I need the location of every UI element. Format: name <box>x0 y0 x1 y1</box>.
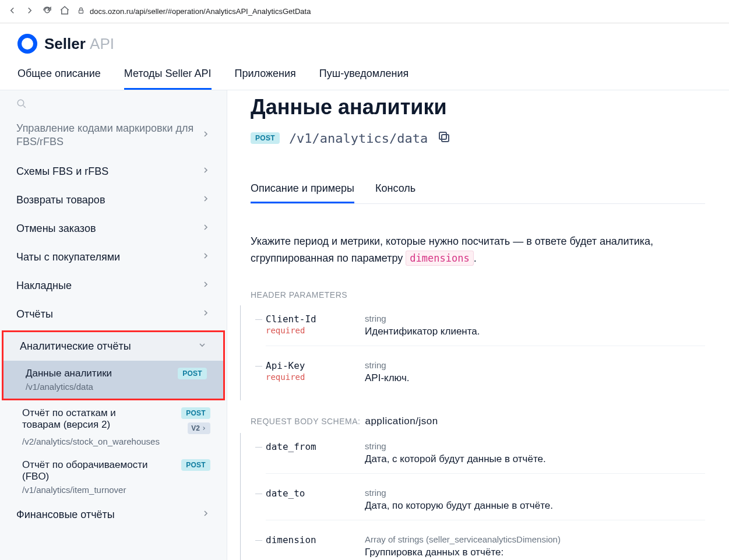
sidebar-item-markirovka[interactable]: Управление кодами маркировки для FBS/rFB… <box>0 114 227 157</box>
lock-icon <box>77 6 85 16</box>
url-bar[interactable]: docs.ozon.ru/api/seller/#operation/Analy… <box>77 6 722 16</box>
method-badge: POST <box>178 368 207 379</box>
svg-rect-0 <box>79 10 83 13</box>
tab-console[interactable]: Консоль <box>375 175 415 203</box>
nav-tab-push[interactable]: Пуш-уведомления <box>319 59 409 90</box>
sidebar-subitem-analytics-data[interactable]: Данные аналитики POST /v1/analytics/data <box>3 361 223 399</box>
nav-tab-apps[interactable]: Приложения <box>235 59 296 90</box>
chevron-right-icon <box>201 129 210 142</box>
param-api-key: Api-Key required string API-ключ. <box>266 360 705 392</box>
method-badge: POST <box>251 132 280 144</box>
sidebar-item-cancels[interactable]: Отмены заказов <box>0 214 227 243</box>
chevron-right-icon <box>201 223 210 235</box>
nav-back-icon[interactable] <box>7 5 17 18</box>
body-schema-label: REQUEST BODY SCHEMA:application/json <box>251 415 705 427</box>
header-params-label: HEADER PARAMETERS <box>251 290 705 300</box>
svg-rect-2 <box>442 135 449 142</box>
chevron-right-icon <box>201 251 210 263</box>
search-icon <box>16 98 27 109</box>
logo-row: Seller API <box>0 23 729 59</box>
browser-toolbar: docs.ozon.ru/api/seller/#operation/Analy… <box>0 0 729 23</box>
sidebar-subitem-turnover[interactable]: Отчёт по оборачиваемости (FBO) POST /v1/… <box>0 452 227 501</box>
svg-rect-3 <box>439 132 446 139</box>
sidebar-item-finance[interactable]: Финансовые отчёты <box>0 501 227 529</box>
chevron-right-icon <box>201 165 210 178</box>
sidebar-item-returns[interactable]: Возвраты товаров <box>0 186 227 214</box>
chevron-right-icon <box>201 280 210 292</box>
main-nav: Общее описание Методы Seller API Приложе… <box>0 59 729 90</box>
svg-point-1 <box>17 100 24 106</box>
nav-reload-icon[interactable] <box>42 5 52 18</box>
sidebar-item-chats[interactable]: Чаты с покупателями <box>0 243 227 272</box>
copy-icon[interactable] <box>437 130 451 146</box>
chevron-down-icon <box>198 340 207 353</box>
logo-icon <box>17 34 37 54</box>
content-tabs: Описание и примеры Консоль <box>251 175 705 204</box>
chevron-right-icon <box>201 509 210 521</box>
page-title: Данные аналитики <box>251 95 705 119</box>
sidebar-subitem-stock[interactable]: Отчёт по остаткам и товарам (версия 2) P… <box>0 400 227 452</box>
param-date-to: date_to string Дата, по которую будут да… <box>266 488 705 520</box>
description-text: Укажите период и метрики, которые нужно … <box>251 233 705 267</box>
method-badge: POST <box>181 459 210 471</box>
nav-home-icon[interactable] <box>59 5 70 18</box>
sidebar-item-reports[interactable]: Отчёты <box>0 300 227 329</box>
chevron-right-icon <box>201 308 210 320</box>
logo-text: Seller API <box>44 35 114 53</box>
main-content: Данные аналитики POST /v1/analytics/data… <box>227 90 728 560</box>
param-client-id: Client-Id required string Идентификатор … <box>266 314 705 346</box>
url-text: docs.ozon.ru/api/seller/#operation/Analy… <box>90 7 311 16</box>
version-badge: V2 <box>188 422 210 434</box>
nav-tab-methods[interactable]: Методы Seller API <box>124 59 212 90</box>
param-dimension: dimension Array of strings (seller_servi… <box>266 534 705 560</box>
nav-tab-overview[interactable]: Общее описание <box>17 59 101 90</box>
nav-forward-icon[interactable] <box>24 5 35 18</box>
endpoint-path: /v1/analytics/data <box>289 131 428 146</box>
sidebar-item-waybills[interactable]: Накладные <box>0 272 227 300</box>
sidebar-item-fbs[interactable]: Схемы FBS и rFBS <box>0 157 227 186</box>
method-badge: POST <box>181 407 210 419</box>
sidebar-highlight-box: Аналитические отчёты Данные аналитики PO… <box>2 330 225 400</box>
chevron-right-icon <box>201 194 210 206</box>
sidebar-search[interactable] <box>0 90 227 114</box>
param-date-from: date_from string Дата, с которой будут д… <box>266 441 705 474</box>
sidebar-item-analytics-reports[interactable]: Аналитические отчёты <box>3 332 223 361</box>
tab-description[interactable]: Описание и примеры <box>251 175 354 203</box>
code-inline: dimensions <box>406 251 473 266</box>
sidebar: Управление кодами маркировки для FBS/rFB… <box>0 90 227 560</box>
